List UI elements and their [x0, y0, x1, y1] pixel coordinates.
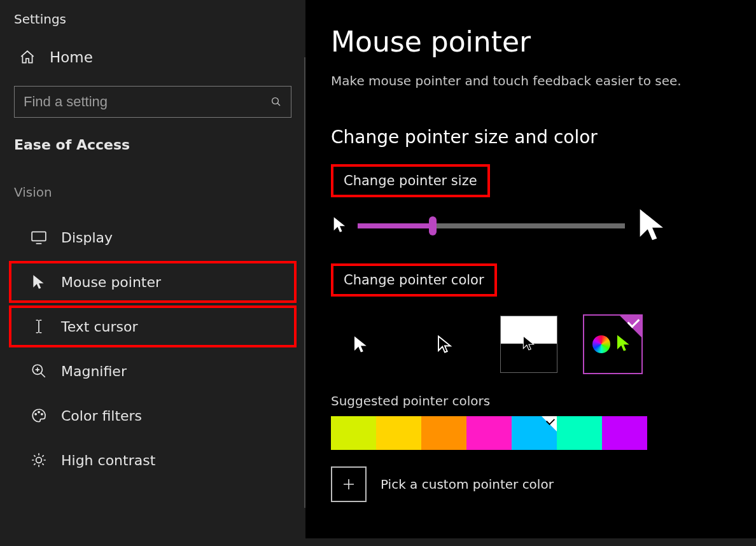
mouse-pointer-icon [31, 274, 47, 290]
pointer-size-label: Change pointer size [331, 164, 490, 197]
pick-custom-color-label: Pick a custom pointer color [381, 477, 554, 492]
pick-custom-color[interactable]: Pick a custom pointer color [331, 466, 756, 502]
page-subtitle: Make mouse pointer and touch feedback ea… [331, 73, 756, 88]
color-swatch[interactable] [512, 416, 557, 450]
slider-fill [358, 223, 433, 228]
page-title: Mouse pointer [331, 25, 756, 58]
pointer-style-white[interactable] [331, 314, 391, 374]
svg-point-0 [272, 98, 279, 104]
cursor-small-icon [331, 216, 349, 236]
sidebar-item-display[interactable]: Display [9, 216, 297, 258]
color-swatch[interactable] [602, 416, 647, 450]
sidebar-item-label: Color filters [61, 408, 142, 424]
color-swatch[interactable] [331, 416, 376, 450]
group-label-vision: Vision [0, 185, 305, 215]
category-header: Ease of Access [0, 137, 305, 185]
palette-icon [31, 407, 47, 424]
svg-point-3 [35, 414, 36, 415]
pointer-style-black[interactable] [415, 314, 475, 374]
bottom-crop-bar [305, 538, 756, 546]
main-content: Mouse pointer Make mouse pointer and tou… [305, 0, 756, 546]
sidebar-item-text-cursor[interactable]: Text cursor [9, 305, 297, 347]
window-title: Settings [0, 11, 305, 49]
pointer-size-slider-row [331, 206, 756, 246]
sidebar-item-mouse-pointer[interactable]: Mouse pointer [9, 261, 297, 303]
section-title: Change pointer size and color [331, 127, 756, 148]
sidebar-item-high-contrast[interactable]: High contrast [9, 439, 297, 481]
pointer-size-slider[interactable] [358, 223, 625, 228]
monitor-icon [31, 229, 47, 246]
color-swatch[interactable] [466, 416, 512, 450]
color-swatch[interactable] [421, 416, 466, 450]
suggested-colors [331, 416, 756, 450]
sidebar-item-label: Magnifier [61, 363, 127, 379]
home-icon [19, 49, 36, 66]
cursor-large-icon [634, 206, 671, 246]
color-swatch[interactable] [557, 416, 602, 450]
nav-home[interactable]: Home [0, 49, 305, 86]
pointer-color-options [331, 314, 756, 374]
search-field[interactable] [24, 94, 270, 110]
brightness-icon [31, 452, 47, 468]
sidebar-item-color-filters[interactable]: Color filters [9, 395, 297, 437]
slider-thumb[interactable] [429, 216, 437, 235]
nav-home-label: Home [50, 49, 93, 66]
sidebar: Settings Home Ease of Access Vision Disp… [0, 0, 305, 546]
svg-rect-1 [32, 232, 46, 241]
search-input[interactable] [14, 86, 291, 118]
sidebar-item-label: Display [61, 230, 113, 246]
check-icon [620, 316, 641, 337]
sidebar-item-label: Mouse pointer [61, 274, 161, 290]
sidebar-item-magnifier[interactable]: Magnifier [9, 350, 297, 392]
sidebar-item-label: High contrast [61, 452, 155, 468]
svg-point-5 [41, 414, 43, 415]
magnifier-icon [31, 363, 47, 379]
sidebar-item-label: Text cursor [61, 319, 138, 335]
svg-point-4 [38, 412, 39, 413]
pointer-style-custom-color[interactable] [583, 314, 643, 374]
plus-icon [331, 466, 367, 502]
suggested-colors-label: Suggested pointer colors [331, 393, 756, 409]
svg-point-6 [36, 458, 42, 463]
color-wheel-icon [592, 335, 610, 353]
search-icon [270, 96, 282, 108]
text-cursor-icon [31, 318, 47, 335]
pointer-style-inverted[interactable] [499, 314, 559, 374]
color-swatch[interactable] [376, 416, 421, 450]
pointer-color-label: Change pointer color [331, 263, 497, 297]
